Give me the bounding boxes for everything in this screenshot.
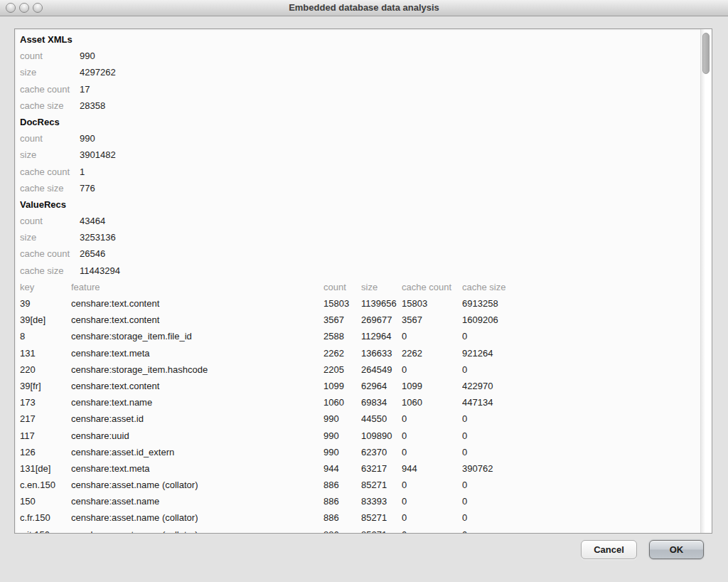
table-cell: c.en.150 xyxy=(20,477,71,493)
scrollbar-thumb[interactable] xyxy=(702,33,710,74)
stat-value: 990 xyxy=(80,48,696,64)
table-cell: 0 xyxy=(462,509,696,526)
table-cell: 3567 xyxy=(402,312,462,328)
stat-label: cache count xyxy=(20,81,80,97)
table-cell: censhare:uuid xyxy=(71,428,323,444)
table-cell: 15803 xyxy=(323,295,361,312)
table-cell: censhare:asset.name (collator) xyxy=(71,477,323,493)
ok-button[interactable]: OK xyxy=(649,540,704,559)
table-row: c.en.150censhare:asset.name (collator)88… xyxy=(20,477,696,493)
table-cell: 0 xyxy=(402,493,462,509)
column-header: feature xyxy=(71,279,323,295)
table-cell: 447134 xyxy=(462,394,696,411)
table-cell: 0 xyxy=(402,361,462,378)
table-cell: c.it.150 xyxy=(20,527,71,533)
stat-label: size xyxy=(20,64,80,80)
table-row: 39censhare:text.content15803113965615803… xyxy=(20,295,696,312)
table-cell: 390762 xyxy=(462,460,696,477)
table-cell: 217 xyxy=(20,411,71,427)
vertical-scrollbar[interactable] xyxy=(700,29,712,533)
table-cell: 85271 xyxy=(361,477,402,493)
stat-label: cache size xyxy=(20,180,80,196)
table-cell: 0 xyxy=(402,509,462,526)
table-cell: 220 xyxy=(20,361,71,378)
table-cell: 1099 xyxy=(402,378,462,394)
table-cell: 0 xyxy=(402,527,462,533)
table-row: 220censhare:storage_item.hashcode2205264… xyxy=(20,361,696,378)
table-cell: 944 xyxy=(402,460,462,477)
stat-row: size3253136 xyxy=(20,229,696,245)
table-cell: 131 xyxy=(20,345,71,361)
stat-label: size xyxy=(20,147,80,163)
window-title: Embedded database data analysis xyxy=(0,0,728,16)
table-cell: censhare:asset.id xyxy=(71,411,323,427)
table-cell: 1139656 xyxy=(361,295,402,312)
cancel-button[interactable]: Cancel xyxy=(581,540,637,559)
table-cell: 0 xyxy=(462,428,696,444)
table-row: 117censhare:uuid99010989000 xyxy=(20,428,696,444)
column-header: cache count xyxy=(402,279,462,295)
stat-row: count990 xyxy=(20,48,696,64)
table-cell: 2262 xyxy=(402,345,462,361)
table-cell: 886 xyxy=(323,493,361,509)
column-header: key xyxy=(20,279,71,295)
table-cell: censhare:text.content xyxy=(71,312,323,328)
table-cell: 3567 xyxy=(323,312,361,328)
table-cell: 150 xyxy=(20,493,71,509)
column-header: size xyxy=(361,279,402,295)
stat-value: 26546 xyxy=(80,245,696,262)
table-cell: 886 xyxy=(323,509,361,526)
stat-value: 11443294 xyxy=(80,263,696,279)
analysis-content: Asset XMLscount990size4297262cache count… xyxy=(20,31,696,533)
table-row: 131[de]censhare:text.meta944632179443907… xyxy=(20,460,696,477)
table-cell: 109890 xyxy=(361,428,402,444)
table-cell: 0 xyxy=(462,328,696,344)
table-cell: 15803 xyxy=(402,295,462,312)
column-header: count xyxy=(323,279,361,295)
table-cell: 886 xyxy=(323,527,361,533)
table-cell: 944 xyxy=(323,460,361,477)
analysis-panel: Asset XMLscount990size4297262cache count… xyxy=(14,28,712,534)
table-cell: 44550 xyxy=(361,411,402,427)
table-cell: 2588 xyxy=(323,328,361,344)
table-cell: 131[de] xyxy=(20,460,71,477)
table-cell: censhare:storage_item.hashcode xyxy=(71,361,323,378)
stat-row: cache count26546 xyxy=(20,245,696,262)
table-cell: 1099 xyxy=(323,378,361,394)
table-cell: 8 xyxy=(20,328,71,344)
stat-value: 990 xyxy=(80,130,696,147)
table-cell: 0 xyxy=(462,411,696,427)
table-cell: 921264 xyxy=(462,345,696,361)
table-cell: 136633 xyxy=(361,345,402,361)
table-cell: 0 xyxy=(462,493,696,509)
table-cell: 6913258 xyxy=(462,295,696,312)
stat-row: count43464 xyxy=(20,213,696,229)
stat-row: cache size776 xyxy=(20,180,696,196)
table-cell: 990 xyxy=(323,411,361,427)
table-cell: censhare:text.meta xyxy=(71,345,323,361)
table-cell: 117 xyxy=(20,428,71,444)
stat-value: 3253136 xyxy=(80,229,696,245)
table-cell: 2205 xyxy=(323,361,361,378)
table-cell: 1609206 xyxy=(462,312,696,328)
table-cell: c.fr.150 xyxy=(20,509,71,526)
stat-row: size3901482 xyxy=(20,147,696,163)
stat-label: cache count xyxy=(20,245,80,262)
table-cell: 0 xyxy=(462,444,696,460)
table-cell: censhare:asset.name xyxy=(71,493,323,509)
section-title: Asset XMLs xyxy=(20,31,696,48)
table-cell: censhare:asset.id_extern xyxy=(71,444,323,460)
table-cell: 0 xyxy=(402,328,462,344)
stat-value: 4297262 xyxy=(80,64,696,80)
table-row: 217censhare:asset.id9904455000 xyxy=(20,411,696,427)
table-cell: 112964 xyxy=(361,328,402,344)
table-cell: 39 xyxy=(20,295,71,312)
table-cell: 0 xyxy=(462,477,696,493)
table-cell: 0 xyxy=(402,477,462,493)
stat-row: cache size28358 xyxy=(20,97,696,114)
table-cell: 0 xyxy=(402,444,462,460)
table-cell: censhare:text.content xyxy=(71,295,323,312)
dialog-window: Embedded database data analysis Asset XM… xyxy=(0,0,728,582)
titlebar: Embedded database data analysis xyxy=(0,0,728,16)
section-title: ValueRecs xyxy=(20,196,696,213)
